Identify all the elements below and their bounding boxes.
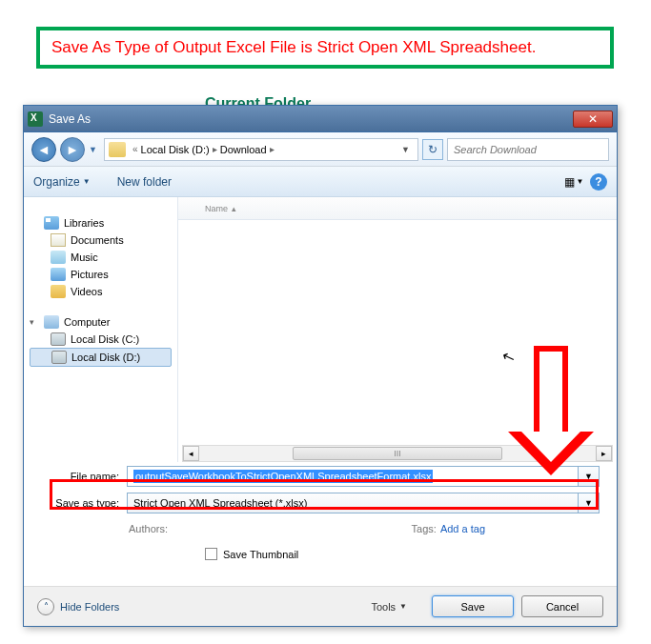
breadcrumb-arrow: « xyxy=(132,144,138,154)
save-thumbnail-checkbox[interactable] xyxy=(205,548,217,560)
hide-folders-button[interactable]: ˄ Hide Folders xyxy=(37,598,119,615)
breadcrumb-item[interactable]: Local Disk (D:) xyxy=(141,144,210,155)
nav-computer[interactable]: ▾ Computer xyxy=(30,313,172,331)
libraries-icon xyxy=(44,216,59,230)
metadata-row: Authors: Tags: Add a tag xyxy=(24,519,617,534)
savetype-select[interactable]: Strict Open XML Spreadsheet (*.xlsx) xyxy=(127,493,579,513)
chevron-down-icon: ▾ xyxy=(30,317,39,327)
computer-icon xyxy=(44,315,59,329)
file-list-pane[interactable]: Name▴ ↖ ◂ III ▸ xyxy=(178,197,617,462)
excel-icon xyxy=(28,111,43,127)
organize-button[interactable]: Organize▼ xyxy=(33,175,91,189)
chevron-right-icon: ▸ xyxy=(270,144,275,154)
save-thumbnail-row: Save Thumbnail xyxy=(24,534,617,560)
dialog-title: Save As xyxy=(49,112,573,126)
horizontal-scrollbar[interactable]: ◂ III ▸ xyxy=(182,445,613,462)
titlebar: Save As ✕ xyxy=(24,106,617,132)
annotation-callout: Save As Type of Output Excel File is Str… xyxy=(36,27,614,69)
breadcrumb-dropdown[interactable]: ▼ xyxy=(397,145,414,154)
form-area: File name: outputSaveWorkbookToStrictOpe… xyxy=(24,462,617,513)
save-button[interactable]: Save xyxy=(432,595,514,617)
music-icon xyxy=(51,251,66,264)
address-bar: ◄ ► ▼ « Local Disk (D:) ▸ Download ▸ ▼ ↻ xyxy=(24,132,617,167)
savetype-dropdown[interactable]: ▼ xyxy=(579,493,600,513)
filename-row: File name: outputSaveWorkbookToStrictOpe… xyxy=(41,466,600,487)
tools-button[interactable]: Tools▼ xyxy=(371,601,407,613)
nav-documents[interactable]: Documents xyxy=(30,231,172,249)
help-button[interactable]: ? xyxy=(590,173,607,191)
close-button[interactable]: ✕ xyxy=(573,111,613,128)
search-input[interactable] xyxy=(447,138,609,161)
breadcrumb-item[interactable]: Download xyxy=(220,144,267,155)
chevron-right-icon: ▸ xyxy=(213,144,217,154)
filename-input[interactable]: outputSaveWorkbookToStrictOpenXMLSpreads… xyxy=(127,466,579,487)
drive-icon xyxy=(51,332,66,346)
annotation-text: Save As Type of Output Excel File is Str… xyxy=(51,38,599,57)
scroll-left-button[interactable]: ◂ xyxy=(183,446,199,461)
breadcrumb[interactable]: « Local Disk (D:) ▸ Download ▸ ▼ xyxy=(104,138,418,161)
save-thumbnail-label: Save Thumbnail xyxy=(223,549,298,560)
forward-button[interactable]: ► xyxy=(60,137,85,162)
add-tag-link[interactable]: Add a tag xyxy=(440,523,485,534)
chevron-down-icon: ▼ xyxy=(83,177,91,186)
filename-label: File name: xyxy=(41,471,127,482)
mouse-cursor-icon: ↖ xyxy=(499,346,518,367)
nav-drive-c[interactable]: Local Disk (C:) xyxy=(30,331,172,348)
back-button[interactable]: ◄ xyxy=(31,137,56,162)
folder-icon xyxy=(109,142,126,157)
documents-icon xyxy=(51,233,66,247)
cancel-button[interactable]: Cancel xyxy=(521,595,603,617)
filename-dropdown[interactable]: ▼ xyxy=(579,466,600,487)
nav-pictures[interactable]: Pictures xyxy=(30,266,172,283)
nav-videos[interactable]: Videos xyxy=(30,283,172,300)
save-as-dialog: Save As ✕ ◄ ► ▼ « Local Disk (D:) ▸ Down… xyxy=(23,105,618,627)
savetype-label: Save as type: xyxy=(41,497,127,509)
scroll-right-button[interactable]: ▸ xyxy=(596,446,612,461)
authors-label: Authors: xyxy=(129,523,168,534)
chevron-up-icon: ˄ xyxy=(37,598,54,615)
navigation-pane: Libraries Documents Music Pictures Video… xyxy=(24,197,178,462)
nav-music[interactable]: Music xyxy=(30,249,172,266)
dialog-body: Libraries Documents Music Pictures Video… xyxy=(24,197,617,462)
column-header-name[interactable]: Name▴ xyxy=(178,197,617,220)
nav-libraries[interactable]: Libraries xyxy=(30,214,172,231)
savetype-value: Strict Open XML Spreadsheet (*.xlsx) xyxy=(133,497,307,509)
filename-value: outputSaveWorkbookToStrictOpenXMLSpreads… xyxy=(133,470,433,483)
pictures-icon xyxy=(51,268,66,281)
view-options-button[interactable]: ▦▼ xyxy=(565,173,582,191)
new-folder-button[interactable]: New folder xyxy=(117,175,172,189)
chevron-down-icon: ▼ xyxy=(399,602,407,611)
drive-icon xyxy=(51,351,67,364)
scroll-thumb[interactable]: III xyxy=(293,447,502,460)
dialog-footer: ˄ Hide Folders Tools▼ Save Cancel xyxy=(24,586,617,626)
savetype-row: Save as type: Strict Open XML Spreadshee… xyxy=(41,493,600,513)
videos-icon xyxy=(51,285,66,298)
sort-indicator: ▴ xyxy=(232,204,236,213)
refresh-button[interactable]: ↻ xyxy=(422,139,443,160)
nav-drive-d[interactable]: Local Disk (D:) xyxy=(30,348,172,367)
toolbar: Organize▼ New folder ▦▼ ? xyxy=(24,167,617,197)
nav-history-dropdown[interactable]: ▼ xyxy=(89,139,100,160)
tags-label: Tags: xyxy=(412,523,437,534)
